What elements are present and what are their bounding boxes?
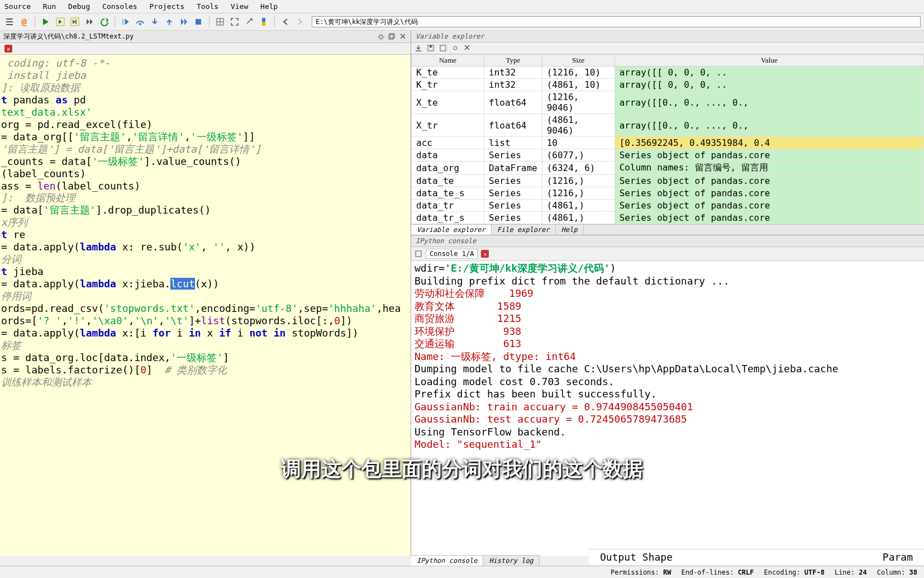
table-row[interactable]: dataSeries(6077,)Series object of pandas… <box>412 149 924 162</box>
menu-debug[interactable]: Debug <box>68 2 90 11</box>
status-permissions: Permissions: RW <box>611 568 671 576</box>
menu-view[interactable]: View <box>231 2 248 11</box>
console-tab-close-icon[interactable]: ✕ <box>481 250 489 258</box>
menu-run[interactable]: Run <box>43 2 56 11</box>
table-row[interactable]: acclist10[0.35692245, 0.49351984, 0.4 <box>412 137 924 149</box>
menu-projects[interactable]: Projects <box>150 2 185 11</box>
output-shape-label: Output Shape <box>600 551 673 563</box>
working-dir-input[interactable] <box>312 16 921 27</box>
tab-file-explorer[interactable]: File explorer <box>492 225 556 235</box>
status-line: Line: 24 <box>835 568 867 576</box>
maximize-icon[interactable] <box>228 16 241 28</box>
col-name[interactable]: Name <box>412 55 484 67</box>
menu-source[interactable]: Source <box>4 2 31 11</box>
video-subtitle: 调用这个包里面的分词对我们的这个数据 <box>281 456 643 483</box>
col-type[interactable]: Type <box>484 55 542 67</box>
status-encoding: Encoding: UTF-8 <box>764 568 825 576</box>
status-bar: Permissions: RW End-of-lines: CRLF Encod… <box>0 566 924 578</box>
table-row[interactable]: K_teint32(1216, 10)array([[ 0, 0, 0, .. <box>412 67 924 79</box>
back-icon[interactable] <box>279 16 292 28</box>
table-row[interactable]: data_te_sSeries(1216,)Series object of p… <box>412 187 924 200</box>
rerun-icon[interactable] <box>98 16 110 28</box>
run-cell-advance-icon[interactable] <box>69 16 81 28</box>
svg-rect-6 <box>389 35 393 39</box>
popout-icon[interactable] <box>388 33 396 41</box>
param-label: Param <box>883 551 913 563</box>
import-icon[interactable] <box>415 44 422 52</box>
menu-bar: Source Run Debug Consoles Projects Tools… <box>0 0 924 13</box>
table-row[interactable]: data_teSeries(1216,)Series object of pan… <box>412 175 924 187</box>
at-icon[interactable]: @ <box>18 16 30 28</box>
console-new-icon[interactable] <box>415 250 422 258</box>
svg-point-11 <box>454 46 457 50</box>
settings-icon[interactable] <box>243 16 255 28</box>
tab-ipython-console[interactable]: IPython console <box>411 556 483 566</box>
svg-rect-7 <box>390 34 394 38</box>
table-row[interactable]: data_trSeries(4861,)Series object of pan… <box>412 200 924 212</box>
python-icon[interactable] <box>258 16 270 28</box>
editor-titlebar: 深度学习讲义\代码\ch8.2_LSTMtext.py <box>0 31 411 43</box>
status-eol: End-of-lines: CRLF <box>681 568 754 576</box>
console-tab[interactable]: Console 1/A <box>426 249 478 259</box>
run-icon[interactable] <box>40 16 52 28</box>
table-row[interactable]: data_tr_sSeries(4861,)Series object of p… <box>412 212 924 224</box>
continue-icon[interactable] <box>178 16 190 28</box>
tab-variable-explorer[interactable]: Variable explorer <box>411 225 492 235</box>
menu-help[interactable]: Help <box>260 2 278 11</box>
menu-consoles[interactable]: Consoles <box>102 2 137 11</box>
console-pane: IPython console Console 1/A ✕ wdir='E:/黄… <box>411 235 924 556</box>
variable-tabs: Variable explorer File explorer Help <box>411 224 924 235</box>
variable-table[interactable]: Name Type Size Value K_teint32(1216, 10)… <box>411 54 924 224</box>
svg-rect-10 <box>440 45 446 51</box>
close-icon[interactable] <box>399 33 407 41</box>
menu-tools[interactable]: Tools <box>197 2 218 11</box>
list-icon[interactable] <box>3 16 16 28</box>
var-settings-icon[interactable] <box>451 44 459 52</box>
tab-history-log[interactable]: History log <box>483 556 539 566</box>
col-size[interactable]: Size <box>542 55 615 67</box>
console-output[interactable]: wdir='E:/黄可坤/kk深度学习讲义/代码')Building prefi… <box>411 261 924 556</box>
model-summary-header: Output Shape Param <box>589 549 924 565</box>
layout-icon[interactable] <box>214 16 226 28</box>
step-over-icon[interactable] <box>134 16 146 28</box>
run-selection-icon[interactable] <box>83 16 96 28</box>
tab-help[interactable]: Help <box>556 225 584 235</box>
table-row[interactable]: X_trfloat64(4861, 9046)array([[0., 0., .… <box>412 114 924 137</box>
var-close-icon[interactable] <box>464 44 471 52</box>
gear-icon[interactable] <box>377 33 385 41</box>
tab-close-icon[interactable]: ✕ <box>4 45 12 53</box>
svg-rect-12 <box>416 251 421 257</box>
step-out-icon[interactable] <box>163 16 175 28</box>
file-path-label: 深度学习讲义\代码\ch8.2_LSTMtext.py <box>3 32 134 41</box>
run-cell-icon[interactable] <box>54 16 66 28</box>
file-tab[interactable]: ✕ <box>0 43 411 55</box>
table-row[interactable]: X_tefloat64(1216, 9046)array([[0., 0., .… <box>412 91 924 114</box>
main-toolbar: @ <box>0 13 924 31</box>
console-bottom-tabs: IPython console History log <box>411 555 540 566</box>
save-icon[interactable] <box>427 44 435 52</box>
col-value[interactable]: Value <box>615 55 923 67</box>
table-row[interactable]: data_orgDataFrame(6324, 6)Column names: … <box>412 162 924 175</box>
stop-icon[interactable] <box>192 16 204 28</box>
variable-toolbar <box>411 42 924 54</box>
console-title: IPython console <box>411 235 924 247</box>
svg-point-5 <box>379 35 383 39</box>
variable-explorer-title: Variable explorer <box>411 31 924 42</box>
step-into-icon[interactable] <box>149 16 161 28</box>
svg-point-2 <box>139 23 141 25</box>
save-as-icon[interactable] <box>439 44 447 52</box>
svg-rect-3 <box>196 19 201 25</box>
forward-icon[interactable] <box>294 16 306 28</box>
svg-rect-9 <box>430 45 432 48</box>
table-row[interactable]: K_trint32(4861, 10)array([[ 0, 0, 0, .. <box>412 79 924 91</box>
console-tabbar: Console 1/A ✕ <box>411 247 924 261</box>
debug-step-icon[interactable] <box>120 16 132 28</box>
status-column: Column: 38 <box>877 568 917 576</box>
